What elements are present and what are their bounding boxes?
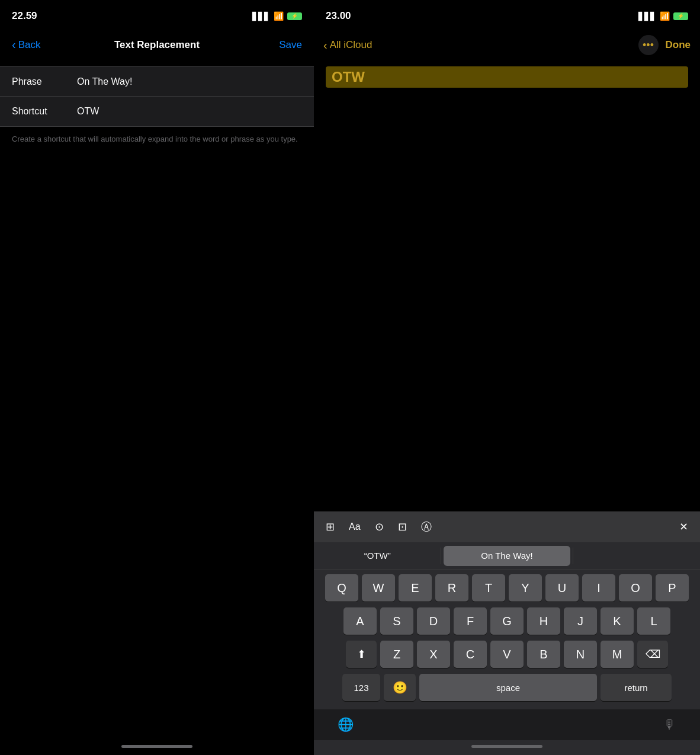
emoji-key[interactable]: 🙂 [384,674,416,701]
key-row-2: A S D F G H J K L [316,607,698,635]
key-b[interactable]: B [527,641,560,668]
key-j[interactable]: J [564,607,597,635]
note-content-area: OTW [314,60,700,511]
key-p[interactable]: P [656,574,689,602]
form-hint: Create a shortcut that will automaticall… [0,127,314,152]
wifi-icon-right: 📶 [660,11,670,21]
back-label: Back [18,39,41,51]
backspace-key[interactable]: ⌫ [637,641,668,668]
keyboard-toolbar: ⊞ Aa ⊙ ⊡ Ⓐ ✕ [314,511,700,542]
table-icon[interactable]: ⊞ [326,520,335,533]
key-h[interactable]: H [527,607,560,635]
key-q[interactable]: Q [325,574,358,602]
battery-icon: ⚡ [287,12,302,20]
globe-icon[interactable]: 🌐 [338,717,354,732]
shortcut-row[interactable]: Shortcut OTW [0,97,314,126]
key-y[interactable]: Y [509,574,542,602]
status-bar-left: 22.59 ▋▋▋ 📶 ⚡ [0,0,314,30]
toolbar-icons: ⊞ Aa ⊙ ⊡ Ⓐ [326,520,432,534]
form-section: Phrase On The Way! Shortcut OTW [0,66,314,127]
all-icloud-button[interactable]: ‹ All iCloud [323,39,372,52]
autocomplete-divider-1 [441,548,441,564]
save-button[interactable]: Save [279,39,302,51]
time-right: 23.00 [326,10,351,22]
key-c[interactable]: C [454,641,487,668]
key-v[interactable]: V [490,641,524,668]
key-t[interactable]: T [472,574,505,602]
time-left: 22.59 [12,10,37,22]
key-f[interactable]: F [454,607,487,635]
key-e[interactable]: E [399,574,432,602]
done-button[interactable]: Done [666,39,691,51]
key-i[interactable]: I [582,574,615,602]
nav-bar-right: ‹ All iCloud ••• Done [314,30,700,60]
left-panel: 22.59 ▋▋▋ 📶 ⚡ ‹ Back Text Replacement Sa… [0,0,314,755]
key-z[interactable]: Z [380,641,413,668]
key-s[interactable]: S [380,607,413,635]
font-icon[interactable]: Aa [349,522,361,532]
key-l[interactable]: L [637,607,670,635]
autocomplete-item-1[interactable]: “OTW” [314,542,441,569]
battery-icon-right: ⚡ [673,12,688,20]
autocomplete-bar: “OTW” On The Way! [314,542,700,570]
signal-icon-right: ▋▋▋ [638,12,656,21]
key-g[interactable]: G [490,607,524,635]
chevron-left-icon-right: ‹ [323,39,327,52]
key-x[interactable]: X [417,641,450,668]
home-indicator-left [0,740,314,755]
close-keyboard-icon[interactable]: ✕ [679,520,688,533]
wifi-icon: 📶 [274,11,284,21]
key-m[interactable]: M [601,641,634,668]
signal-icon: ▋▋▋ [252,12,270,21]
more-icon: ••• [643,39,654,52]
right-panel: 23.00 ▋▋▋ 📶 ⚡ ‹ All iCloud ••• Done OTW [314,0,700,755]
return-key[interactable]: return [601,674,672,701]
home-bar-right [471,745,542,748]
shortcut-value: OTW [77,106,99,117]
note-highlighted-text: OTW [326,66,688,88]
key-w[interactable]: W [362,574,395,602]
all-icloud-label: All iCloud [330,39,373,51]
accessibility-icon[interactable]: Ⓐ [421,520,432,534]
keyboard-container: ⊞ Aa ⊙ ⊡ Ⓐ ✕ “OTW” On The Way! Q W E R [314,511,700,755]
nav-title: Text Replacement [98,39,216,51]
key-row-1: Q W E R T Y U I O P [316,574,698,602]
phrase-label: Phrase [12,76,77,87]
space-key[interactable]: space [419,674,597,701]
key-n[interactable]: N [564,641,597,668]
shift-key[interactable]: ⬆ [346,641,377,668]
phrase-value: On The Way! [77,76,132,87]
status-icons-right: ▋▋▋ 📶 ⚡ [638,11,688,21]
back-button[interactable]: ‹ Back [12,39,40,52]
nav-bar-left: ‹ Back Text Replacement Save [0,30,314,60]
key-u[interactable]: U [545,574,579,602]
key-a[interactable]: A [343,607,377,635]
checkmark-circle-icon[interactable]: ⊙ [375,520,384,533]
home-bar-left [121,745,192,748]
key-r[interactable]: R [435,574,468,602]
phrase-row[interactable]: Phrase On The Way! [0,67,314,97]
chevron-left-icon: ‹ [12,38,16,52]
bottom-toolbar: 🌐 🎙 [314,709,700,740]
camera-icon[interactable]: ⊡ [398,520,407,533]
autocomplete-item-2[interactable]: On The Way! [444,546,570,566]
key-row-4: 123 🙂 space return [316,674,698,701]
key-row-3: ⬆ Z X C V B N M ⌫ [316,641,698,668]
status-icons-left: ▋▋▋ 📶 ⚡ [252,11,302,21]
key-o[interactable]: O [619,574,652,602]
status-bar-right: 23.00 ▋▋▋ 📶 ⚡ [314,0,700,30]
more-button[interactable]: ••• [638,35,659,55]
key-d[interactable]: D [417,607,450,635]
microphone-icon[interactable]: 🎙 [663,717,676,732]
autocomplete-item-3 [573,542,700,569]
home-indicator-right [314,740,700,755]
shortcut-label: Shortcut [12,106,77,117]
key-k[interactable]: K [601,607,634,635]
keyboard-rows: Q W E R T Y U I O P A S D F G H J K [314,570,700,709]
num-key[interactable]: 123 [342,674,380,701]
